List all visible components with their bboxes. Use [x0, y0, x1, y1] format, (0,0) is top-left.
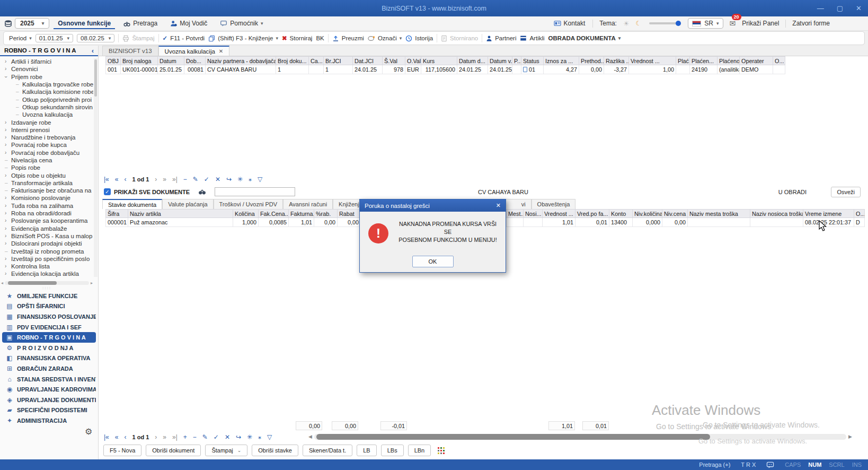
tree-toggle-icon[interactable] — [5, 165, 11, 170]
nav-first-icon[interactable]: |« — [104, 433, 109, 441]
tree-item[interactable]: Evidencija ambalaže — [0, 225, 93, 232]
column-header[interactable]: Konto — [609, 210, 633, 218]
tree-toggle-icon[interactable] — [16, 112, 22, 117]
table-cell[interactable]: 0,0085 — [259, 218, 289, 227]
table-cell[interactable]: 1,01 — [543, 218, 575, 227]
stampaj-button[interactable]: Štampaj — [122, 35, 154, 42]
table-cell[interactable]: 13400 — [609, 218, 633, 227]
table-cell[interactable]: DEMO — [740, 65, 773, 74]
tree-item[interactable]: Izdavanje robe — [0, 118, 93, 126]
tree-item[interactable]: Dislocirani prodajni objekti — [0, 240, 93, 247]
column-header[interactable]: Broj doku... — [276, 57, 309, 65]
scrollbar-thumb[interactable] — [316, 434, 710, 440]
tab-biznisoft[interactable]: BIZNISOFT v13 — [102, 46, 158, 56]
menu-osnovne-funkcije[interactable]: Osnovne funkcije — [54, 18, 115, 29]
table-cell[interactable]: 00081 — [184, 65, 206, 74]
horizontal-scrollbar[interactable]: ◀ ▶ — [306, 433, 854, 440]
messages-button[interactable]: ✉ 20 — [730, 19, 736, 28]
column-header[interactable]: Prethod... — [579, 57, 604, 65]
dialog-titlebar[interactable]: Poruka o nastaloj grešci ✕ — [360, 199, 506, 212]
nav-next-icon[interactable]: › — [155, 433, 157, 441]
nav-goto-icon[interactable]: ⁎ — [258, 433, 261, 441]
sidebar-module-item[interactable]: ▦ FINANSIJSKO POSLOVANJE — [2, 311, 96, 322]
preuzmi-button[interactable]: Preuzmi — [332, 35, 364, 42]
column-header[interactable]: Vrednost ... — [543, 210, 575, 218]
column-header[interactable]: Naziv artikla — [128, 210, 233, 218]
tree-toggle-icon[interactable] — [5, 249, 11, 254]
column-header[interactable]: Status — [521, 57, 544, 65]
partneri-button[interactable]: Partneri — [486, 35, 516, 42]
column-header[interactable]: Naziv mesta troška — [688, 210, 750, 218]
menu-pretraga[interactable]: Pretraga — [119, 18, 162, 29]
tree-item[interactable]: Izveštaji iz robnog prometa — [0, 247, 93, 255]
sidebar-module-item[interactable]: ⊞ OBRAČUN ZARADA — [2, 363, 96, 374]
column-header[interactable]: Datum d... — [457, 57, 488, 65]
table-cell[interactable]: 1,000 — [233, 218, 259, 227]
table-cell[interactable] — [688, 218, 750, 227]
column-header[interactable]: Plaćen... — [690, 57, 718, 65]
tree-toggle-icon[interactable] — [5, 59, 11, 64]
date-from-picker[interactable]: 01.01.25▾ — [36, 34, 73, 42]
sidebar-module-item[interactable]: ★ OMILJENE FUNKCIJE — [2, 291, 96, 301]
sidebar-module-item[interactable]: ⚙ P R O I Z V O D NJ A — [2, 343, 96, 353]
language-selector[interactable]: SR ▾ — [688, 18, 723, 29]
close-tab-icon[interactable]: ✕ — [219, 48, 223, 54]
nav-last-icon[interactable]: »| — [172, 433, 178, 441]
refresh-button[interactable]: Osveži — [831, 187, 861, 197]
column-header[interactable]: Rabat — [338, 210, 361, 218]
sidebar-module-item[interactable]: ▥ PDV EVIDENCIJA I SEF — [2, 322, 96, 333]
tree-toggle-icon[interactable] — [5, 218, 11, 223]
tree-horizontal-scrollbar[interactable]: ◂ ▸ — [1, 280, 93, 285]
nav-goto-icon[interactable]: ⁎ — [249, 176, 252, 183]
column-header[interactable]: Fak.Cena.... — [259, 210, 289, 218]
tree-toggle-icon[interactable] — [5, 180, 11, 186]
tree-toggle-icon[interactable] — [5, 142, 11, 147]
table-cell[interactable] — [309, 65, 324, 74]
oznaci-button[interactable]: Označi ▾ — [368, 35, 402, 41]
tree-toggle-icon[interactable] — [5, 203, 11, 208]
table-cell[interactable]: 4,27 — [544, 65, 579, 74]
tree-item[interactable]: Evidencija lokacija artikla — [0, 270, 93, 277]
tree-item[interactable]: Kalkulacija trgovačke robe — [0, 81, 93, 88]
filter-icon[interactable]: ▽ — [258, 176, 262, 183]
tree-item[interactable]: Povraćaj robe kupca — [0, 141, 93, 149]
obrada-dokumenta-dropdown[interactable]: OBRADA DOKUMENTA ▾ — [548, 35, 621, 41]
ok-button[interactable]: OK — [412, 256, 454, 267]
nav-add-icon[interactable]: + — [183, 433, 187, 441]
storniraj-button[interactable]: ✖Storniraj — [282, 34, 312, 42]
bk-button[interactable]: BK — [316, 35, 324, 41]
table-cell[interactable]: 1,00 — [629, 65, 676, 74]
nav-post-icon[interactable]: ✓ — [204, 176, 209, 183]
moon-icon[interactable]: ☾ — [636, 20, 642, 27]
column-header[interactable]: Vred.po fa... — [575, 210, 609, 218]
pretraga-status[interactable]: Pretraga (+) — [699, 462, 730, 468]
scroll-left-icon[interactable]: ◂ — [1, 281, 3, 285]
lbs-button[interactable]: LBs — [381, 445, 404, 456]
nav-first-icon[interactable]: |« — [104, 176, 109, 183]
nav-refresh-icon[interactable]: ↪ — [236, 433, 241, 441]
table-row[interactable]: 001UK001-0000125.01.2500081CV CAHAYA BAR… — [106, 65, 785, 74]
nav-prev-icon[interactable]: ‹ — [124, 176, 126, 183]
nav-prev-page-icon[interactable]: « — [115, 176, 119, 183]
knjizenje-button[interactable]: (Shift) F3 - Knjiženje ▾ — [208, 35, 278, 42]
binoculars-icon[interactable] — [198, 188, 206, 195]
tree-toggle-icon[interactable] — [5, 74, 11, 80]
table-cell[interactable]: 24190 — [690, 65, 718, 74]
nova-button[interactable]: F5 - Nova — [103, 445, 141, 456]
nav-prev-icon[interactable]: ‹ — [124, 433, 126, 441]
nav-prev-page-icon[interactable]: « — [115, 433, 119, 441]
tree-item[interactable]: Nivelacija cena — [0, 156, 93, 164]
scrollbar-track[interactable] — [314, 434, 846, 440]
nav-cancel-icon[interactable]: ✕ — [215, 176, 220, 183]
nav-refresh-icon[interactable]: ↪ — [226, 176, 232, 183]
column-header[interactable]: Naziv partnera - dobavljača — [206, 57, 276, 65]
column-header[interactable]: Datum v... — [488, 57, 512, 65]
table-cell[interactable]: 001 — [106, 65, 121, 74]
tree-item[interactable]: Tuđa roba na zalihama — [0, 202, 93, 210]
column-header[interactable]: Operater — [740, 57, 773, 65]
nav-last-icon[interactable]: »| — [172, 176, 178, 183]
potvrdi-button[interactable]: ✓F11 - Potvrdi — [163, 34, 205, 42]
column-header[interactable]: Broj naloga — [121, 57, 158, 65]
sidebar-module-item[interactable]: ▤ OPŠTI ŠIFARNICI — [2, 301, 96, 312]
chat-bubble-icon[interactable] — [766, 462, 774, 468]
